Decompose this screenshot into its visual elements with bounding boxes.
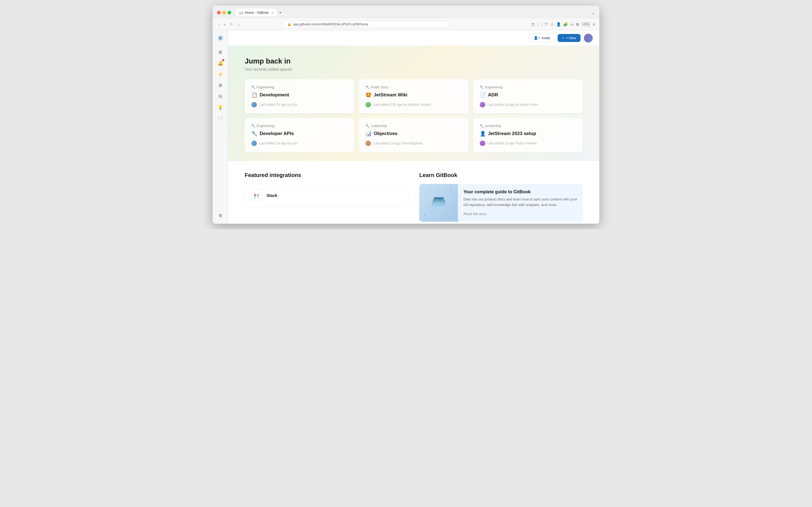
space-card-development[interactable]: 🔧 Engineering 📋 Development Last edited … <box>245 79 355 113</box>
new-button[interactable]: + + New <box>558 34 581 42</box>
address-input[interactable]: 🔒 app.gitbook.com/o/rHbw65DDeLxPNJCcyl09… <box>283 21 449 28</box>
svg-rect-8 <box>258 197 259 198</box>
learn-card-description: Dive into our product docs and learn how… <box>464 196 577 207</box>
editor-avatar <box>251 102 257 107</box>
main-content: Jump back in Your recently edited spaces… <box>228 46 599 224</box>
app-logo[interactable] <box>216 34 225 43</box>
layout-icon: ⊞ <box>218 49 222 55</box>
extensions-icon[interactable]: 🧩 <box>563 22 568 26</box>
card-emoji: 📄 <box>480 92 486 98</box>
share-icon[interactable]: ↑ <box>537 22 539 26</box>
sidebar-item-notifications[interactable]: 🔔 <box>215 58 225 68</box>
card-meta: Last edited 1d ago by Nolan Press <box>480 102 576 107</box>
integrations-title: Featured integrations <box>245 172 408 178</box>
svg-rect-10 <box>433 200 445 202</box>
card-title-row: 📊 Objectives <box>365 131 462 137</box>
editor-avatar <box>480 140 485 146</box>
warning-icon[interactable]: ⚠ <box>550 22 554 26</box>
page-icon: 📄 <box>218 116 223 121</box>
learn-card-title: Your complete guide to GitBook <box>464 189 577 194</box>
lightbulb-icon: 💡 <box>218 105 223 110</box>
learn-card[interactable]: ✦ ✦ <box>419 184 583 222</box>
main-area: 👤+ Invite + + New Jump back in Your rece… <box>228 31 599 224</box>
space-card-developer-apis[interactable]: 🔧 Engineering 🔧 Developer APIs Last edit… <box>245 118 355 152</box>
cards-grid: 🔧 Engineering 📋 Development Last edited … <box>245 79 583 152</box>
learn-section: Learn GitBook ✦ <box>419 172 583 222</box>
card-edited-text: Last edited 23h ago by Addison Schultz <box>373 103 431 107</box>
card-title-row: 🔧 Developer APIs <box>251 131 348 137</box>
space-card-adr[interactable]: 🔧 Engineering 📄 ADR Last edited 1d ago b… <box>473 79 583 113</box>
svg-rect-6 <box>254 197 255 198</box>
new-tab-button[interactable]: + <box>277 9 284 16</box>
close-button[interactable] <box>217 11 221 14</box>
space-card-jetstream-setup[interactable]: 🔧 Leadership 👤 JetStream 2023 setup Last… <box>473 118 583 152</box>
title-bar: 📖 Home - GitBook ✕ + ⌄ <box>213 5 599 18</box>
maximize-button[interactable] <box>228 11 231 14</box>
plus-icon: + <box>562 36 564 40</box>
tab-close-button[interactable]: ✕ <box>271 11 273 14</box>
learn-card-image: ✦ ✦ <box>419 184 458 222</box>
card-meta: Last edited 23h ago by Addison Schultz <box>365 102 462 107</box>
location-icon: 🔧 <box>251 85 256 89</box>
grid-icon: ⊟ <box>218 94 222 99</box>
read-docs-link[interactable]: Read the docs <box>464 212 487 216</box>
sidebar-item-settings[interactable]: ⚙ <box>215 211 225 220</box>
window-controls: ⌄ <box>592 10 595 15</box>
menu-icon[interactable]: ≡ <box>593 22 595 26</box>
sidebar-item-pages[interactable]: 📄 <box>215 113 225 123</box>
integrations-section: Featured integrations <box>245 172 408 222</box>
reload-button[interactable]: ↻ <box>228 21 234 27</box>
browser-window: 📖 Home - GitBook ✕ + ⌄ ‹ › ↻ ⌂ 🔒 app.git… <box>213 5 599 224</box>
new-label: + New <box>566 36 576 40</box>
shield-icon[interactable]: 🛡 <box>544 22 548 26</box>
sidebar-item-ideas[interactable]: 💡 <box>215 102 225 112</box>
screen-share-icon[interactable]: ⊡ <box>531 22 535 26</box>
card-emoji: 👤 <box>480 131 486 137</box>
space-card-jetstream-wiki[interactable]: 🔧 Public Docs 🤩 JetStream Wiki Last edit… <box>359 79 469 113</box>
card-edited-text: Last edited 1h ago by you <box>259 103 297 107</box>
slack-integration-card[interactable]: Slack <box>245 184 408 207</box>
sidebar-toggle-icon[interactable]: ▭ <box>570 22 574 26</box>
browser-icons: ⊡ ↑ | 🛡 ⚠ 👤 🧩 ▭ ⊞ VPN ≡ <box>531 22 595 27</box>
card-emoji: 📋 <box>251 92 257 98</box>
card-location: 🔧 Engineering <box>251 85 348 89</box>
sparkle-icon-2: ✦ <box>424 213 426 217</box>
search-plus-icon: ⚡ <box>218 71 223 77</box>
card-title: ADR <box>488 92 498 98</box>
card-edited-text: Last edited 1d ago Paityn Vetrovs <box>487 142 537 145</box>
card-meta: Last edited 1d ago by you <box>251 140 348 146</box>
sidebar-item-grid[interactable]: ⊟ <box>215 91 225 101</box>
person-icon[interactable]: 👤 <box>556 22 561 26</box>
svg-rect-7 <box>257 196 259 196</box>
editor-avatar <box>365 102 371 107</box>
space-card-objectives[interactable]: 🔧 Leadership 📊 Objectives Last edited 1d… <box>359 118 469 152</box>
notification-badge <box>222 59 224 61</box>
location-icon: 🔧 <box>480 124 484 128</box>
sparkle-icon-1: ✦ <box>450 188 452 192</box>
learn-card-content: Your complete guide to GitBook Dive into… <box>458 184 583 222</box>
back-button[interactable]: ‹ <box>217 21 221 27</box>
minimize-button[interactable] <box>222 11 226 14</box>
sidebar-item-spaces[interactable]: ⊞ <box>215 80 225 90</box>
card-title-row: 🤩 JetStream Wiki <box>365 92 462 98</box>
reader-icon[interactable]: ⊞ <box>576 22 579 26</box>
card-meta: Last edited 1h ago by you <box>251 102 348 107</box>
location-icon: 🔧 <box>365 85 370 89</box>
gear-icon: ⚙ <box>218 213 222 218</box>
traffic-lights <box>217 11 231 14</box>
active-tab[interactable]: 📖 Home - GitBook ✕ <box>235 9 277 16</box>
page-subtitle: Your recently edited spaces <box>245 67 583 71</box>
card-location: 🔧 Leadership <box>480 124 576 128</box>
invite-button[interactable]: 👤+ Invite <box>530 34 555 42</box>
vpn-icon[interactable]: VPN <box>581 22 591 26</box>
card-location: 🔧 Public Docs <box>365 85 462 89</box>
user-avatar[interactable] <box>584 34 593 43</box>
sidebar-item-search[interactable]: ⚡ <box>215 69 225 79</box>
forward-button[interactable]: › <box>223 21 226 27</box>
main-inner: Jump back in Your recently edited spaces… <box>228 46 599 224</box>
card-location: 🔧 Engineering <box>251 124 348 128</box>
home-button[interactable]: ⌂ <box>236 21 240 27</box>
window-chevron-down[interactable]: ⌄ <box>592 10 595 15</box>
sidebar-item-layout[interactable]: ⊞ <box>215 47 225 57</box>
app-header: 👤+ Invite + + New <box>228 31 599 46</box>
